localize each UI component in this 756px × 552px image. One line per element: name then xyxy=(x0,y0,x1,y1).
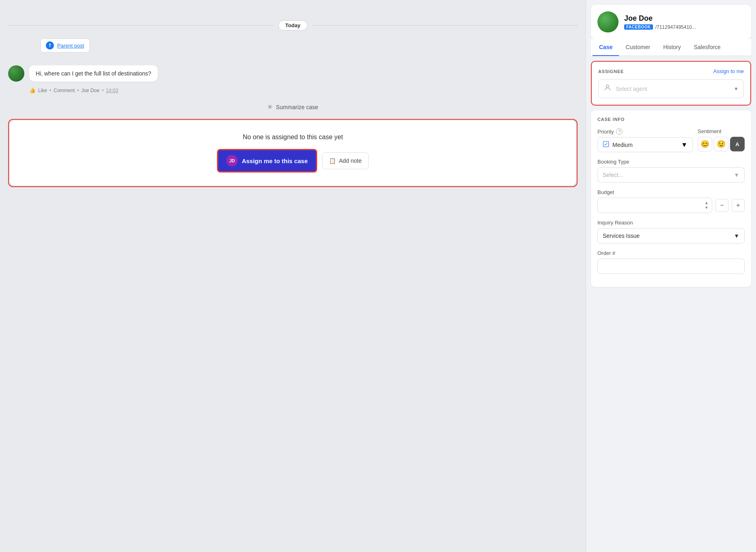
assignee-header: ASSIGNEE Assign to me xyxy=(598,68,744,74)
contact-avatar xyxy=(597,11,619,32)
assignment-card: No one is assigned to this case yet JD A… xyxy=(10,121,576,185)
no-assigned-text: No one is assigned to this case yet xyxy=(19,134,566,141)
inquiry-reason-value: Services Issue xyxy=(603,233,640,239)
assign-to-me-link[interactable]: Assign to me xyxy=(713,68,744,74)
sentiment-column: Sentiment 😊 😟 A xyxy=(698,128,745,151)
tab-case[interactable]: Case xyxy=(593,39,619,56)
user-avatar xyxy=(8,65,24,82)
case-info-section: CASE INFO Priority ? Medium ▼ Sentiment xyxy=(591,110,751,287)
sentiment-happy-button[interactable]: 😊 xyxy=(698,137,712,151)
dot-1: • xyxy=(49,88,51,93)
budget-input[interactable] xyxy=(601,198,704,213)
budget-spinners: ▲ ▼ xyxy=(704,201,709,210)
message-text: Hi, where can I get the full list of des… xyxy=(36,70,151,77)
sentiment-sad-button[interactable]: 😟 xyxy=(714,137,728,151)
assign-me-label: Assign me to this case xyxy=(242,157,308,164)
order-number-field: Order # xyxy=(597,250,745,274)
sentiment-label: Sentiment xyxy=(698,128,722,134)
parent-post-label: Parent post xyxy=(57,43,84,49)
tabs-row: Case Customer History Salesforce xyxy=(591,39,751,56)
message-actions: 👍 Like • Comment • Joe Doe • 14:03 xyxy=(29,87,578,93)
order-number-input[interactable] xyxy=(597,259,745,274)
facebook-icon: f xyxy=(46,41,54,50)
note-icon: 📋 xyxy=(329,157,336,164)
priority-label: Priority ? xyxy=(597,128,693,135)
budget-plus-button[interactable]: + xyxy=(732,199,745,212)
assignee-label: ASSIGNEE xyxy=(598,69,624,74)
priority-value: Medium xyxy=(612,142,678,148)
contact-info: Joe Doe FACEBOOK /7112947495410... xyxy=(624,14,745,30)
booking-type-arrow: ▼ xyxy=(734,172,739,178)
svg-point-0 xyxy=(606,85,609,88)
left-panel: Today f Parent post Hi, where can I get … xyxy=(0,0,586,552)
summarize-icon: ✳ xyxy=(267,103,273,111)
bottom-spacer xyxy=(586,287,756,297)
like-icon: 👍 xyxy=(29,87,36,93)
priority-icon xyxy=(603,141,609,149)
dot-3: • xyxy=(102,88,103,93)
priority-sentiment-row: Priority ? Medium ▼ Sentiment 😊 😟 xyxy=(597,128,745,152)
card-buttons: JD Assign me to this case 📋 Add note xyxy=(19,149,566,172)
budget-up-spinner[interactable]: ▲ xyxy=(704,201,709,205)
tab-history[interactable]: History xyxy=(657,39,687,56)
platform-id: /7112947495410... xyxy=(655,24,696,30)
budget-minus-button[interactable]: − xyxy=(715,199,728,212)
budget-down-spinner[interactable]: ▼ xyxy=(704,205,709,210)
budget-row: ▲ ▼ − + xyxy=(597,198,745,213)
budget-field: Budget ▲ ▼ − + xyxy=(597,189,745,213)
comment-button[interactable]: Comment xyxy=(54,88,75,93)
case-info-title: CASE INFO xyxy=(597,117,745,122)
booking-type-label: Booking Type xyxy=(597,159,745,165)
budget-label: Budget xyxy=(597,189,745,195)
add-note-button[interactable]: 📋 Add note xyxy=(322,152,369,169)
add-note-label: Add note xyxy=(339,157,362,164)
inquiry-reason-select[interactable]: Services Issue ▼ xyxy=(597,228,745,244)
message-author: Joe Doe xyxy=(81,88,99,93)
summarize-label: Summarize case xyxy=(276,104,318,110)
sentiment-auto-button[interactable]: A xyxy=(730,137,745,151)
today-divider: Today xyxy=(8,20,578,30)
parent-post-button[interactable]: f Parent post xyxy=(41,39,90,52)
assignment-card-border: No one is assigned to this case yet JD A… xyxy=(8,119,578,187)
platform-badge: FACEBOOK xyxy=(624,24,653,30)
sentiment-icons: 😊 😟 A xyxy=(698,137,745,151)
summarize-row[interactable]: ✳ Summarize case xyxy=(8,103,578,111)
dot-2: • xyxy=(77,88,79,93)
booking-type-field: Booking Type Select... ▼ xyxy=(597,159,745,183)
message-bubble: Hi, where can I get the full list of des… xyxy=(29,65,158,82)
priority-help-icon[interactable]: ? xyxy=(616,128,623,135)
message-timestamp: 14:03 xyxy=(106,88,118,93)
agent-select-dropdown[interactable]: Select agent ▼ xyxy=(598,79,744,98)
assign-me-avatar: JD xyxy=(226,155,238,166)
priority-select[interactable]: Medium ▼ xyxy=(597,137,693,152)
assignee-section: ASSIGNEE Assign to me Select agent ▼ xyxy=(591,61,751,106)
inquiry-reason-field: Inquiry Reason Services Issue ▼ xyxy=(597,220,745,244)
contact-meta: FACEBOOK /7112947495410... xyxy=(624,24,745,30)
agent-select-text: Select agent xyxy=(616,86,730,92)
tab-customer[interactable]: Customer xyxy=(619,39,657,56)
message-row: Hi, where can I get the full list of des… xyxy=(8,65,578,82)
contact-card: Joe Doe FACEBOOK /7112947495410... xyxy=(591,5,751,39)
booking-type-placeholder: Select... xyxy=(603,172,623,178)
agent-icon xyxy=(604,84,612,94)
order-number-label: Order # xyxy=(597,250,745,256)
right-panel: Joe Doe FACEBOOK /7112947495410... Case … xyxy=(586,0,756,552)
agent-dropdown-arrow: ▼ xyxy=(734,86,739,92)
budget-input-wrap: ▲ ▼ xyxy=(597,198,712,213)
priority-arrow: ▼ xyxy=(681,141,687,149)
inquiry-reason-arrow: ▼ xyxy=(734,233,739,239)
inquiry-reason-label: Inquiry Reason xyxy=(597,220,745,226)
priority-column: Priority ? Medium ▼ xyxy=(597,128,693,152)
booking-type-select[interactable]: Select... ▼ xyxy=(597,167,745,183)
today-label: Today xyxy=(278,20,307,30)
assign-me-button[interactable]: JD Assign me to this case xyxy=(217,149,317,172)
contact-name: Joe Doe xyxy=(624,14,745,23)
tab-salesforce[interactable]: Salesforce xyxy=(687,39,727,56)
like-button[interactable]: Like xyxy=(38,88,47,93)
